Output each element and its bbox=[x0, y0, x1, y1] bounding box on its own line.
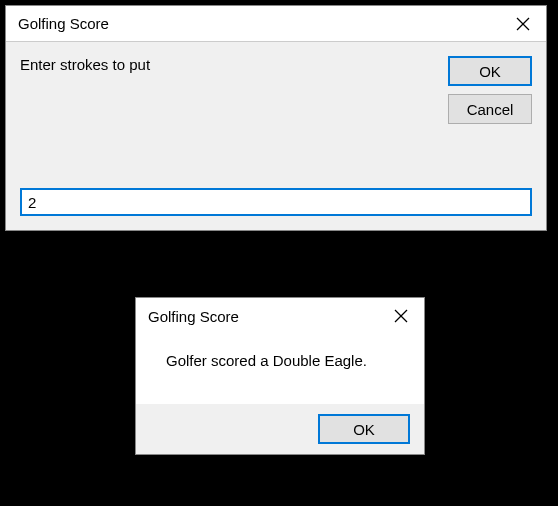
dialog-footer: OK bbox=[136, 404, 424, 454]
close-button[interactable] bbox=[378, 298, 424, 334]
dialog-title: Golfing Score bbox=[18, 15, 109, 32]
close-icon bbox=[394, 309, 408, 323]
titlebar: Golfing Score bbox=[6, 6, 546, 42]
input-dialog: Golfing Score Enter strokes to put OK Ca… bbox=[5, 5, 547, 231]
prompt-label: Enter strokes to put bbox=[20, 56, 150, 73]
message-dialog: Golfing Score Golfer scored a Double Eag… bbox=[135, 297, 425, 455]
titlebar: Golfing Score bbox=[136, 298, 424, 334]
close-button[interactable] bbox=[500, 6, 546, 42]
dialog-body: Enter strokes to put OK Cancel bbox=[6, 42, 546, 230]
message-text: Golfer scored a Double Eagle. bbox=[166, 352, 404, 369]
close-icon bbox=[516, 17, 530, 31]
strokes-input[interactable] bbox=[20, 188, 532, 216]
dialog-body: Golfer scored a Double Eagle. bbox=[136, 334, 424, 404]
ok-button[interactable]: OK bbox=[318, 414, 410, 444]
cancel-button[interactable]: Cancel bbox=[448, 94, 532, 124]
dialog-title: Golfing Score bbox=[148, 308, 239, 325]
ok-button[interactable]: OK bbox=[448, 56, 532, 86]
